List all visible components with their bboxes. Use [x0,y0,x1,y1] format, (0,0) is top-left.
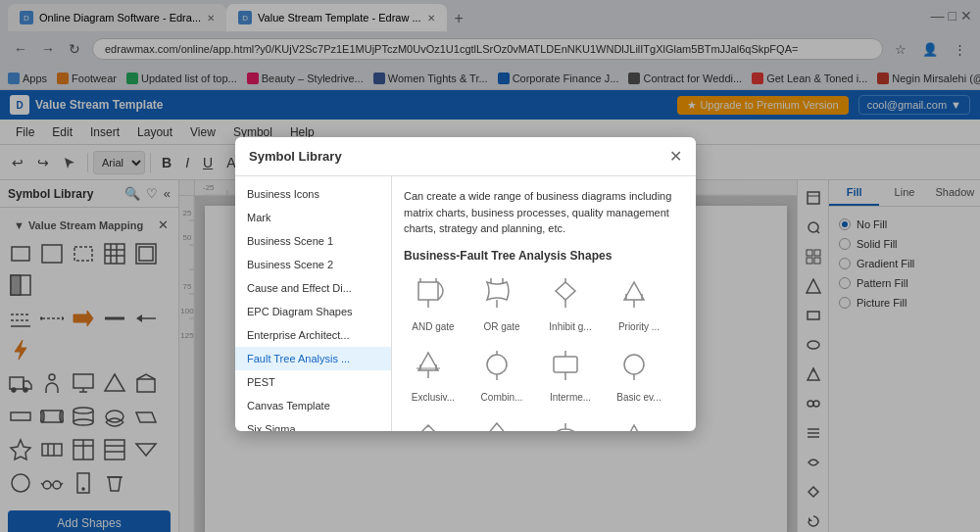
svg-marker-156 [487,423,507,432]
svg-marker-161 [624,425,644,432]
modal-shape-condition[interactable]: Conditio... [541,413,600,432]
modal-sidebar: Business Icons Mark Business Scene 1 Bus… [235,176,392,431]
svg-marker-134 [556,282,575,300]
svg-rect-149 [554,357,577,372]
modal-shape-intermediate[interactable]: Interme... [541,343,600,404]
modal-title: Symbol Library [249,149,342,164]
svg-point-158 [554,429,577,432]
modal-item-mark[interactable]: Mark [235,206,391,229]
modal-item-business-scene-2[interactable]: Business Scene 2 [235,253,391,276]
modal-item-cause-effect[interactable]: Cause and Effect Di... [235,276,391,300]
modal-content: Can create a wide range of business diag… [392,176,696,431]
modal-shape-initiating[interactable]: Initiatin... [472,413,531,432]
modal-item-pest[interactable]: PEST [235,370,391,394]
modal-shape-inhibit[interactable]: Inhibit g... [541,272,600,333]
modal-shape-basic-event[interactable]: Basic ev... [610,343,668,404]
modal-shape-transfer[interactable]: Transfer... [610,413,668,432]
and-gate-label: AND gate [412,321,454,333]
exclusive-label: Exclusiv... [412,392,455,404]
modal-shape-priority[interactable]: Priority ... [610,272,668,333]
exclusive-gate-icon [411,343,456,388]
modal-shapes-grid: AND gate OR gate [404,272,684,432]
modal-overlay: Symbol Library ✕ Business Icons Mark Bus… [0,0,980,532]
inhibit-gate-icon [548,272,593,317]
modal-item-canvas[interactable]: Canvas Template [235,394,391,417]
priority-label: Priority ... [618,321,660,333]
or-gate-icon [479,272,524,317]
svg-point-146 [487,355,507,374]
combine-label: Combin... [481,392,523,404]
condition-icon [548,413,593,432]
modal-body: Business Icons Mark Business Scene 1 Bus… [235,176,696,431]
modal-description: Can create a wide range of business diag… [404,188,684,237]
intermediate-label: Interme... [550,392,591,404]
modal-shape-or-gate[interactable]: OR gate [472,272,531,333]
symbol-library-modal: Symbol Library ✕ Business Icons Mark Bus… [235,137,696,431]
inhibit-label: Inhibit g... [549,321,591,333]
intermediate-icon [548,343,593,388]
svg-marker-137 [624,282,644,300]
svg-point-152 [624,355,644,374]
or-gate-label: OR gate [483,321,519,333]
transfer-icon [616,413,662,432]
basic-event-label: Basic ev... [616,392,661,404]
modal-close-button[interactable]: ✕ [669,147,682,166]
modal-shape-exclusive[interactable]: Exclusiv... [404,343,463,404]
modal-item-six-sigma[interactable]: Six Sigma [235,417,391,431]
modal-item-epc[interactable]: EPC Diagram Shapes [235,300,391,323]
initiating-icon [479,413,524,432]
and-gate-icon [411,272,456,317]
modal-item-fault-tree[interactable]: Fault Tree Analysis ... [235,347,391,370]
priority-gate-icon [616,272,662,317]
modal-item-business-scene-1[interactable]: Business Scene 1 [235,229,391,253]
undeveloped-icon [411,413,456,432]
modal-shape-combine[interactable]: Combin... [472,343,531,404]
svg-marker-154 [418,425,438,432]
modal-header: Symbol Library ✕ [235,137,696,176]
combine-icon [479,343,524,388]
svg-rect-127 [418,282,438,300]
basic-event-icon [616,343,662,388]
modal-item-enterprise[interactable]: Enterprise Architect... [235,323,391,347]
svg-marker-141 [418,353,438,370]
modal-shape-and-gate[interactable]: AND gate [404,272,463,333]
modal-item-business-icons[interactable]: Business Icons [235,182,391,206]
modal-shapes-section-title: Business-Fault Tree Analysis Shapes [404,249,684,263]
modal-shape-undeveloped[interactable]: Undevel... [404,413,463,432]
